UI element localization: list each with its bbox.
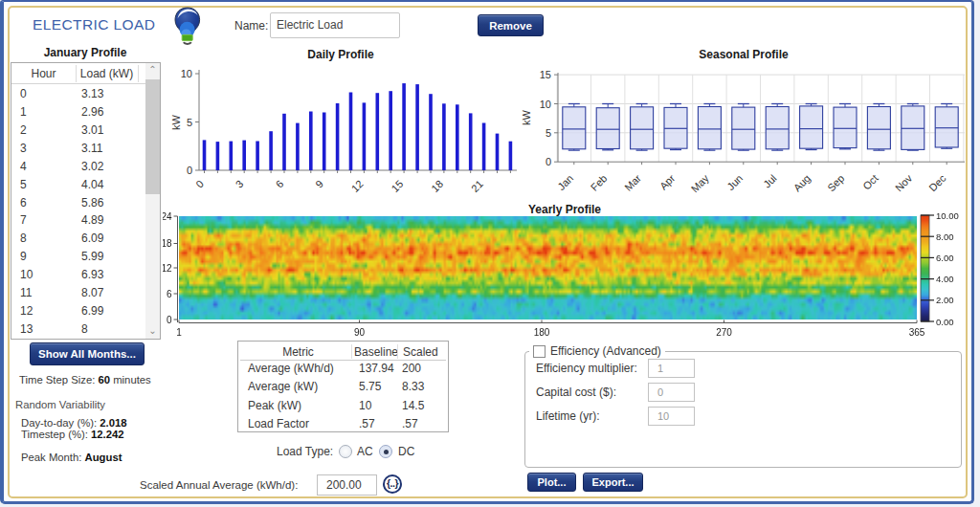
svg-text:kW: kW [170, 114, 182, 130]
svg-text:6: 6 [167, 289, 172, 299]
svg-text:Mar: Mar [622, 172, 643, 193]
svg-text:Jan: Jan [555, 172, 575, 192]
svg-text:4.00: 4.00 [936, 274, 954, 284]
svg-text:10: 10 [540, 99, 551, 110]
svg-text:Sep: Sep [825, 172, 846, 193]
svg-text:5: 5 [187, 117, 192, 128]
svg-text:Feb: Feb [589, 172, 610, 193]
svg-text:9: 9 [313, 178, 325, 190]
svg-text:Jul: Jul [761, 172, 778, 189]
svg-text:270: 270 [716, 327, 732, 338]
svg-text:0: 0 [167, 315, 172, 325]
svg-text:Jun: Jun [724, 172, 745, 192]
svg-text:0: 0 [193, 178, 206, 190]
svg-text:6: 6 [274, 178, 286, 190]
svg-text:18: 18 [429, 178, 445, 194]
svg-text:3: 3 [234, 178, 246, 190]
svg-text:0.00: 0.00 [936, 317, 954, 327]
svg-text:10.00: 10.00 [936, 210, 959, 221]
svg-text:6.00: 6.00 [936, 253, 954, 263]
svg-text:May: May [689, 172, 712, 195]
svg-text:Oct: Oct [860, 172, 880, 192]
svg-text:8.00: 8.00 [936, 231, 954, 242]
svg-text:Aug: Aug [791, 172, 813, 193]
svg-text:15: 15 [389, 178, 405, 194]
svg-text:21: 21 [469, 178, 485, 194]
svg-text:10: 10 [181, 68, 192, 79]
svg-text:Dec: Dec [926, 172, 948, 194]
svg-text:5: 5 [546, 127, 551, 139]
svg-text:12: 12 [163, 263, 172, 274]
svg-text:90: 90 [354, 327, 366, 338]
svg-text:0: 0 [187, 165, 192, 176]
svg-text:0: 0 [546, 156, 551, 167]
svg-text:18: 18 [163, 238, 172, 249]
svg-text:Apr: Apr [657, 172, 678, 192]
svg-text:1: 1 [176, 327, 182, 338]
svg-text:Nov: Nov [893, 172, 915, 194]
svg-text:12: 12 [349, 178, 366, 194]
svg-text:2.00: 2.00 [936, 295, 954, 305]
svg-text:15: 15 [540, 69, 551, 80]
svg-text:24: 24 [163, 211, 172, 222]
svg-text:180: 180 [534, 327, 550, 338]
svg-text:kW: kW [521, 109, 532, 125]
